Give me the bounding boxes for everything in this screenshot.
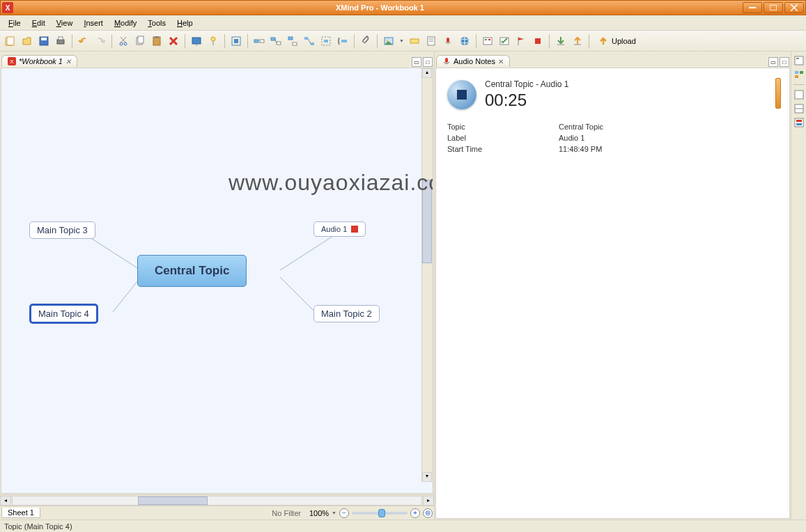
- meta-label-value: Audio 1: [559, 134, 778, 142]
- volume-level-icon[interactable]: [775, 78, 781, 109]
- status-bar: Topic (Main Topic 4): [0, 519, 806, 532]
- upload-label: Upload: [612, 37, 636, 45]
- meta-topic-label: Topic: [447, 123, 559, 131]
- svg-line-56: [113, 277, 141, 312]
- svg-point-10: [124, 42, 127, 45]
- horizontal-scrollbar[interactable]: ◂ ▸: [0, 494, 434, 506]
- marker-task-icon[interactable]: [497, 33, 512, 49]
- upload-arrow-icon[interactable]: [570, 33, 585, 49]
- paste-icon[interactable]: [149, 33, 164, 49]
- upload-button[interactable]: Upload: [593, 33, 641, 49]
- svg-rect-65: [795, 91, 803, 99]
- save-icon[interactable]: [36, 33, 52, 49]
- audio-tab-close-icon[interactable]: ✕: [498, 58, 504, 65]
- mindmap-canvas[interactable]: Main Topic 3 Main Topic 4 Central Topic …: [1, 68, 433, 493]
- topic-node-main-topic-3[interactable]: Main Topic 3: [29, 221, 95, 239]
- topic-node-main-topic-4[interactable]: Main Topic 4: [29, 304, 98, 324]
- zoom-out-icon[interactable]: −: [339, 508, 349, 518]
- svg-rect-19: [192, 38, 201, 44]
- drill-down-icon[interactable]: [228, 33, 244, 49]
- zoom-value[interactable]: 100%: [309, 509, 329, 517]
- status-text: Topic (Main Topic 4): [4, 522, 72, 531]
- summary-icon[interactable]: [335, 33, 350, 49]
- svg-line-12: [121, 37, 125, 42]
- audio-maximize-view-icon[interactable]: □: [780, 57, 789, 67]
- properties-view-icon[interactable]: [793, 68, 805, 81]
- minimize-view-icon[interactable]: ▭: [412, 57, 421, 67]
- window-title: XMind Pro - Workbook 1: [17, 3, 743, 12]
- subtopic-icon[interactable]: [268, 33, 284, 49]
- svg-rect-16: [155, 36, 159, 38]
- central-topic-node[interactable]: Central Topic: [137, 255, 247, 287]
- redo-icon[interactable]: [93, 33, 108, 49]
- zoom-fit-icon[interactable]: ⊜: [423, 508, 433, 518]
- workbook-tab-close-icon[interactable]: ✕: [65, 58, 71, 65]
- print-icon[interactable]: [53, 33, 68, 49]
- copy-icon[interactable]: [132, 33, 148, 49]
- zoom-in-icon[interactable]: +: [410, 508, 420, 518]
- menu-view[interactable]: View: [51, 17, 79, 29]
- audio-notes-tab[interactable]: Audio Notes ✕: [436, 55, 510, 67]
- svg-rect-70: [796, 123, 802, 125]
- svg-rect-26: [260, 40, 264, 42]
- audio-minimize-view-icon[interactable]: ▭: [768, 57, 778, 67]
- audio-notes-icon[interactable]: [440, 33, 456, 49]
- topic-node-main-topic-2[interactable]: Main Topic 2: [313, 305, 380, 322]
- audio-stop-button[interactable]: [447, 80, 476, 109]
- svg-rect-36: [341, 40, 347, 42]
- audio-node-label: Audio 1: [321, 225, 347, 233]
- boundary-icon[interactable]: [318, 33, 334, 49]
- cut-icon[interactable]: [116, 33, 131, 49]
- svg-rect-61: [796, 58, 799, 59]
- styles-view-icon[interactable]: [793, 102, 805, 115]
- menu-tools[interactable]: Tools: [142, 17, 171, 29]
- image-icon[interactable]: [381, 33, 396, 49]
- marker-flag-icon[interactable]: [513, 33, 529, 49]
- marker-priority-icon[interactable]: [480, 33, 495, 49]
- microphone-icon: [442, 57, 451, 65]
- menu-modify[interactable]: Modify: [109, 17, 142, 29]
- attachment-icon[interactable]: [358, 33, 373, 49]
- outline-view-icon[interactable]: [793, 54, 805, 67]
- svg-rect-62: [795, 71, 798, 74]
- markers-view-icon[interactable]: [793, 88, 805, 101]
- topic-node-audio-1[interactable]: Audio 1: [313, 221, 366, 237]
- menu-insert[interactable]: Insert: [78, 17, 109, 29]
- filter-label[interactable]: No Filter: [272, 509, 301, 517]
- menu-bar: File Edit View Insert Modify Tools Help: [0, 15, 806, 31]
- notes-icon[interactable]: [424, 33, 439, 49]
- meta-start-label: Start Time: [447, 145, 559, 153]
- relationship-icon[interactable]: [302, 33, 317, 49]
- svg-rect-25: [254, 40, 258, 42]
- label-icon[interactable]: [407, 33, 422, 49]
- zoom-slider[interactable]: [352, 512, 408, 515]
- menu-edit[interactable]: Edit: [26, 17, 51, 29]
- themes-view-icon[interactable]: [793, 116, 805, 129]
- open-icon[interactable]: [20, 33, 35, 49]
- marker-star-icon[interactable]: [530, 33, 545, 49]
- brainstorm-icon[interactable]: [206, 33, 221, 49]
- svg-rect-48: [485, 39, 487, 40]
- vertical-scrollbar[interactable]: ▴ ▾: [421, 68, 433, 482]
- workbook-tab[interactable]: X *Workbook 1 ✕: [1, 55, 77, 67]
- svg-rect-64: [795, 75, 798, 78]
- sheet-tab[interactable]: Sheet 1: [1, 508, 40, 518]
- download-icon[interactable]: [553, 33, 568, 49]
- workbook-tab-icon: X: [8, 57, 16, 65]
- maximize-view-icon[interactable]: □: [423, 57, 433, 67]
- delete-icon[interactable]: [166, 33, 181, 49]
- svg-rect-63: [800, 71, 803, 74]
- presentation-icon[interactable]: [189, 33, 204, 49]
- menu-file[interactable]: File: [3, 17, 26, 29]
- undo-icon[interactable]: [76, 33, 91, 49]
- maximize-button[interactable]: [764, 2, 783, 13]
- minimize-button[interactable]: [743, 2, 762, 13]
- svg-rect-27: [271, 38, 275, 40]
- watermark-text: www.ouyaoxiazai.com: [228, 170, 433, 196]
- new-document-icon[interactable]: [3, 33, 18, 49]
- menu-help[interactable]: Help: [171, 17, 199, 29]
- close-button[interactable]: [784, 2, 804, 13]
- topic-icon[interactable]: [251, 33, 267, 49]
- floating-topic-icon[interactable]: [285, 33, 300, 49]
- hyperlink-icon[interactable]: [457, 33, 472, 49]
